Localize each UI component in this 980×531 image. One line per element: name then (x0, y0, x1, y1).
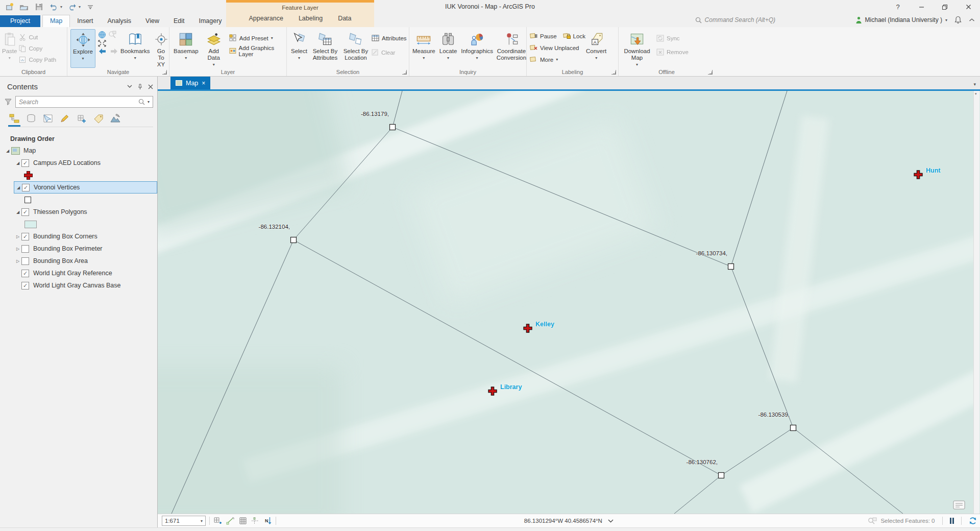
view-unplaced-button[interactable]: View Unplaced (530, 43, 584, 53)
editing-list-icon[interactable] (59, 112, 71, 127)
navigate-dialog-launcher[interactable] (162, 70, 167, 75)
red-cross-symbol[interactable] (24, 172, 32, 179)
tab-project[interactable]: Project (0, 15, 40, 27)
zoom-to-selection-icon[interactable] (108, 31, 116, 39)
offline-dialog-launcher[interactable] (708, 70, 713, 75)
open-project-icon[interactable] (19, 2, 29, 12)
layer-visibility-checkbox[interactable]: ✓ (21, 208, 29, 216)
attributes-button[interactable]: Attributes (372, 33, 407, 43)
tab-analysis[interactable]: Analysis (101, 15, 139, 27)
pause-drawing-button[interactable] (950, 518, 954, 524)
grid-icon[interactable] (239, 517, 247, 525)
help-button[interactable]: ? (886, 0, 910, 14)
previous-extent-icon[interactable] (98, 48, 107, 55)
pane-menu-icon[interactable] (127, 85, 132, 88)
expander-icon[interactable]: ▷ (14, 247, 21, 251)
map-canvas[interactable]: -86.13179,40.459856-86.132104,40.459503-… (158, 91, 973, 514)
view-list-dropdown-icon[interactable]: ▾ (973, 82, 976, 87)
refresh-button[interactable] (969, 517, 977, 525)
layer-row-map[interactable]: ◢Map (0, 144, 157, 157)
layer-symbol-row[interactable] (0, 194, 157, 206)
tab-labeling[interactable]: Labeling (298, 14, 324, 23)
layer-row-thiessen-polygons[interactable]: ◢✓Thiessen Polygons (0, 206, 157, 218)
search-options-icon[interactable]: ▾ (148, 100, 150, 104)
layer-row-bounding-box-perimeter[interactable]: ▷Bounding Box Perimeter (0, 243, 157, 255)
tab-view[interactable]: View (138, 15, 166, 27)
redo-icon[interactable] (67, 2, 77, 12)
cut-button[interactable]: Cut (19, 32, 56, 42)
layer-visibility-checkbox[interactable]: ✓ (22, 184, 30, 191)
snap-crosshair-icon[interactable] (251, 517, 260, 525)
user-menu[interactable]: Michael (Indiana University ) ▾ (855, 16, 947, 24)
map-scrollbar[interactable]: ▾ (973, 91, 979, 514)
remove-button[interactable]: Remove (656, 47, 689, 57)
explore-button[interactable]: Explore ▾ (70, 29, 95, 68)
download-map-button[interactable]: Download Map ▾ (622, 29, 652, 68)
restore-button[interactable] (933, 0, 957, 14)
selection-list-icon[interactable] (42, 112, 54, 127)
collapse-ribbon-icon[interactable] (969, 18, 975, 22)
expander-icon[interactable]: ◢ (15, 185, 22, 190)
paste-button[interactable]: Paste ▾ (0, 29, 19, 64)
expander-icon[interactable]: ◢ (4, 149, 11, 153)
measure-status-icon[interactable] (226, 517, 235, 525)
add-data-button[interactable]: Add Data ▾ (201, 29, 227, 68)
layer-row-world-light-gray-reference[interactable]: ✓World Light Gray Reference (0, 267, 157, 279)
layer-visibility-checkbox[interactable]: ✓ (21, 282, 29, 289)
coordinate-readout[interactable]: 86.1301294°W 40.4586574°N (158, 518, 980, 524)
labeling-dialog-launcher[interactable] (611, 70, 616, 75)
new-extent-icon[interactable] (213, 517, 222, 525)
convert-labels-button[interactable]: A Convert ▾ (584, 29, 608, 64)
scale-select[interactable]: 1:671 ▾ (162, 516, 206, 526)
imagery-list-icon[interactable] (109, 112, 121, 127)
layer-row-voronoi-vertices[interactable]: ◢✓Voronoi Vertices (14, 181, 157, 194)
north-arrow-icon[interactable]: N (264, 517, 272, 525)
lock-labels-button[interactable]: Lock (563, 31, 585, 41)
select-by-attributes-button[interactable]: Select By Attributes (309, 29, 341, 61)
coordinate-dropdown-icon[interactable] (608, 519, 614, 523)
contents-search-input[interactable]: Search ▾ (15, 96, 153, 108)
layer-visibility-checkbox[interactable] (21, 257, 29, 265)
basemap-button[interactable]: Basemap ▾ (172, 29, 201, 68)
add-graphics-layer-button[interactable]: Add Graphics Layer (229, 46, 286, 56)
close-map-tab-icon[interactable]: × (202, 80, 205, 87)
add-preset-button[interactable]: Add Preset▾ (229, 33, 286, 43)
layer-row-bounding-box-corners[interactable]: ▷✓Bounding Box Corners (0, 230, 157, 243)
filter-icon[interactable] (4, 98, 12, 106)
command-search-input[interactable]: Command Search (Alt+Q) (695, 16, 848, 23)
customize-quick-access-icon[interactable] (85, 2, 95, 12)
sync-button[interactable]: Sync (656, 33, 689, 43)
select-button[interactable]: Select ▾ (289, 29, 309, 61)
new-project-icon[interactable] (4, 2, 14, 12)
data-source-icon[interactable] (25, 112, 37, 127)
layer-symbol-row[interactable] (0, 169, 157, 181)
close-button[interactable] (957, 0, 980, 14)
tab-data[interactable]: Data (337, 14, 352, 23)
scrollbar-arrow-icon[interactable]: ▾ (975, 92, 977, 96)
selection-dialog-launcher[interactable] (402, 70, 407, 75)
layer-visibility-checkbox[interactable]: ✓ (21, 233, 29, 240)
expander-icon[interactable]: ◢ (14, 161, 21, 165)
pause-labeling-button[interactable]: Pause (530, 31, 557, 41)
infographics-button[interactable]: Infographics ▾ (459, 29, 495, 61)
pin-icon[interactable] (137, 84, 143, 90)
tab-insert[interactable]: Insert (70, 15, 100, 27)
close-pane-icon[interactable] (148, 84, 153, 89)
white-square-symbol[interactable] (24, 197, 31, 203)
cyan-rect-symbol[interactable] (24, 221, 37, 228)
select-by-location-button[interactable]: Select By Location (341, 29, 371, 61)
layer-row-world-light-gray-canvas-base[interactable]: ✓World Light Gray Canvas Base (0, 279, 157, 292)
layer-visibility-checkbox[interactable]: ✓ (21, 159, 29, 167)
go-to-xy-button[interactable]: Go To XY (152, 29, 170, 68)
undo-icon[interactable] (48, 2, 59, 12)
expander-icon[interactable]: ◢ (14, 210, 21, 214)
labeling-list-icon[interactable] (92, 112, 105, 127)
tab-map[interactable]: Map (42, 15, 70, 27)
locate-button[interactable]: Locate ▾ (437, 29, 459, 61)
fixed-zoom-in-icon[interactable] (98, 40, 106, 47)
minimize-button[interactable] (910, 0, 933, 14)
redo-dropdown-icon[interactable]: ▾ (79, 5, 81, 9)
layer-visibility-checkbox[interactable]: ✓ (21, 270, 29, 277)
measure-button[interactable]: Measure ▾ (410, 29, 437, 61)
map-view-tab[interactable]: Map × (170, 77, 210, 89)
